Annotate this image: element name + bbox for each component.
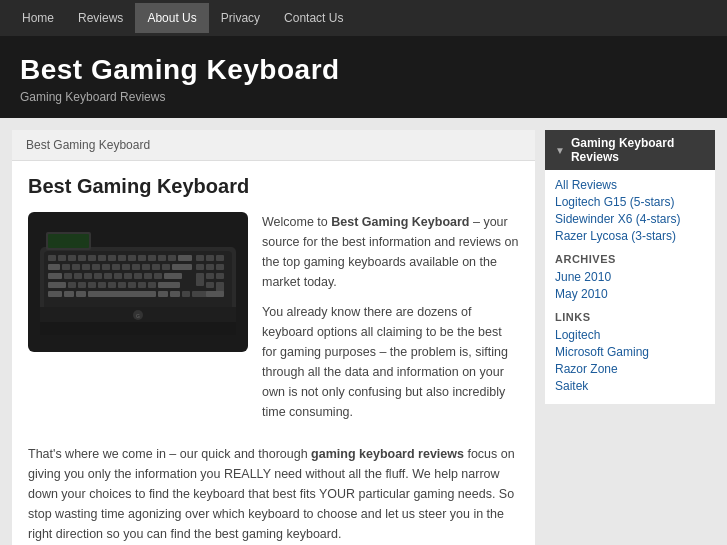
keyboard-image: G xyxy=(28,212,248,352)
svg-rect-35 xyxy=(206,264,214,270)
svg-rect-41 xyxy=(94,273,102,279)
sidebar-link-saitek[interactable]: Saitek xyxy=(555,379,705,393)
links-heading: LINKS xyxy=(555,311,705,323)
svg-rect-15 xyxy=(158,255,166,261)
svg-rect-25 xyxy=(92,264,100,270)
archives-heading: ARCHIVES xyxy=(555,253,705,265)
svg-rect-67 xyxy=(76,291,86,297)
svg-rect-42 xyxy=(104,273,112,279)
gaming-reviews-bold: gaming keyboard reviews xyxy=(311,447,464,461)
sidebar-link-razor-zone[interactable]: Razor Zone xyxy=(555,362,705,376)
widget-title-reviews: ▼ Gaming Keyboard Reviews xyxy=(545,130,715,170)
nav-home[interactable]: Home xyxy=(10,3,66,33)
svg-rect-24 xyxy=(82,264,90,270)
svg-rect-53 xyxy=(68,282,76,288)
svg-rect-63 xyxy=(206,282,214,288)
svg-rect-32 xyxy=(162,264,170,270)
svg-rect-9 xyxy=(98,255,106,261)
svg-rect-6 xyxy=(68,255,76,261)
svg-rect-34 xyxy=(196,264,204,270)
svg-rect-11 xyxy=(118,255,126,261)
svg-rect-46 xyxy=(144,273,152,279)
svg-rect-54 xyxy=(78,282,86,288)
svg-rect-21 xyxy=(48,264,60,270)
svg-rect-57 xyxy=(108,282,116,288)
svg-rect-75 xyxy=(206,291,224,297)
navigation-bar: Home Reviews About Us Privacy Contact Us xyxy=(0,0,727,36)
svg-rect-23 xyxy=(72,264,80,270)
nav-about[interactable]: About Us xyxy=(135,3,208,33)
site-title: Best Gaming Keyboard xyxy=(20,54,707,86)
breadcrumb: Best Gaming Keyboard xyxy=(12,130,535,161)
svg-rect-19 xyxy=(206,255,214,261)
svg-rect-7 xyxy=(78,255,86,261)
sidebar-link-sidewinder[interactable]: Sidewinder X6 (4-stars) xyxy=(555,212,705,226)
nav-privacy[interactable]: Privacy xyxy=(209,3,272,33)
widget-body-reviews: All Reviews Logitech G15 (5-stars) Sidew… xyxy=(545,170,715,404)
svg-rect-43 xyxy=(114,273,122,279)
svg-rect-29 xyxy=(132,264,140,270)
svg-rect-61 xyxy=(148,282,156,288)
svg-rect-77 xyxy=(40,322,236,335)
svg-rect-71 xyxy=(182,291,190,297)
svg-rect-66 xyxy=(64,291,74,297)
svg-rect-69 xyxy=(158,291,168,297)
svg-rect-38 xyxy=(64,273,72,279)
svg-rect-55 xyxy=(88,282,96,288)
nav-contact[interactable]: Contact Us xyxy=(272,3,355,33)
page-title: Best Gaming Keyboard xyxy=(28,175,519,198)
svg-rect-48 xyxy=(164,273,182,279)
nav-reviews[interactable]: Reviews xyxy=(66,3,135,33)
svg-rect-74 xyxy=(196,291,204,297)
svg-rect-16 xyxy=(168,255,176,261)
widget-title-label: Gaming Keyboard Reviews xyxy=(571,136,705,164)
svg-rect-20 xyxy=(216,255,224,261)
svg-rect-12 xyxy=(128,255,136,261)
svg-rect-31 xyxy=(152,264,160,270)
svg-rect-26 xyxy=(102,264,110,270)
sidebar-link-june2010[interactable]: June 2010 xyxy=(555,270,705,284)
svg-rect-8 xyxy=(88,255,96,261)
sidebar-link-logitech[interactable]: Logitech xyxy=(555,328,705,342)
site-header: Best Gaming Keyboard Gaming Keyboard Rev… xyxy=(0,36,727,118)
main-content: Best Gaming Keyboard Best Gaming Keyboar… xyxy=(12,130,535,545)
svg-rect-58 xyxy=(118,282,126,288)
sidebar-link-g15[interactable]: Logitech G15 (5-stars) xyxy=(555,195,705,209)
svg-rect-47 xyxy=(154,273,162,279)
svg-rect-40 xyxy=(84,273,92,279)
svg-rect-27 xyxy=(112,264,120,270)
svg-rect-56 xyxy=(98,282,106,288)
svg-rect-68 xyxy=(88,291,156,297)
intro-para3-suffix: focus on giving you only the information… xyxy=(28,447,515,541)
sidebar-link-ms-gaming[interactable]: Microsoft Gaming xyxy=(555,345,705,359)
svg-rect-33 xyxy=(172,264,192,270)
svg-rect-18 xyxy=(196,255,204,261)
svg-rect-37 xyxy=(48,273,62,279)
svg-text:G: G xyxy=(136,313,140,319)
svg-rect-13 xyxy=(138,255,146,261)
sidebar-widget-reviews: ▼ Gaming Keyboard Reviews All Reviews Lo… xyxy=(545,130,715,404)
intro-para3-prefix: That's where we come in – our quick and … xyxy=(28,447,311,461)
intro-para2: You already know there are dozens of key… xyxy=(262,302,519,422)
svg-rect-4 xyxy=(48,255,56,261)
svg-rect-44 xyxy=(124,273,132,279)
keyboard-intro-section: G Welcome to Best Gaming Keyboard – your… xyxy=(28,212,519,432)
svg-rect-39 xyxy=(74,273,82,279)
svg-rect-62 xyxy=(158,282,180,288)
sidebar-link-all-reviews[interactable]: All Reviews xyxy=(555,178,705,192)
site-tagline: Gaming Keyboard Reviews xyxy=(20,90,707,104)
sidebar-link-may2010[interactable]: May 2010 xyxy=(555,287,705,301)
svg-rect-3 xyxy=(48,234,89,248)
sidebar-link-lycosa[interactable]: Razer Lycosa (3-stars) xyxy=(555,229,705,243)
svg-rect-65 xyxy=(48,291,62,297)
svg-rect-5 xyxy=(58,255,66,261)
intro-text: Welcome to Best Gaming Keyboard – your s… xyxy=(262,212,519,432)
intro-para3: That's where we come in – our quick and … xyxy=(28,444,519,544)
svg-rect-50 xyxy=(206,273,214,279)
svg-rect-28 xyxy=(122,264,130,270)
svg-rect-30 xyxy=(142,264,150,270)
svg-rect-14 xyxy=(148,255,156,261)
svg-rect-49 xyxy=(196,273,204,286)
svg-rect-52 xyxy=(48,282,66,288)
svg-rect-10 xyxy=(108,255,116,261)
